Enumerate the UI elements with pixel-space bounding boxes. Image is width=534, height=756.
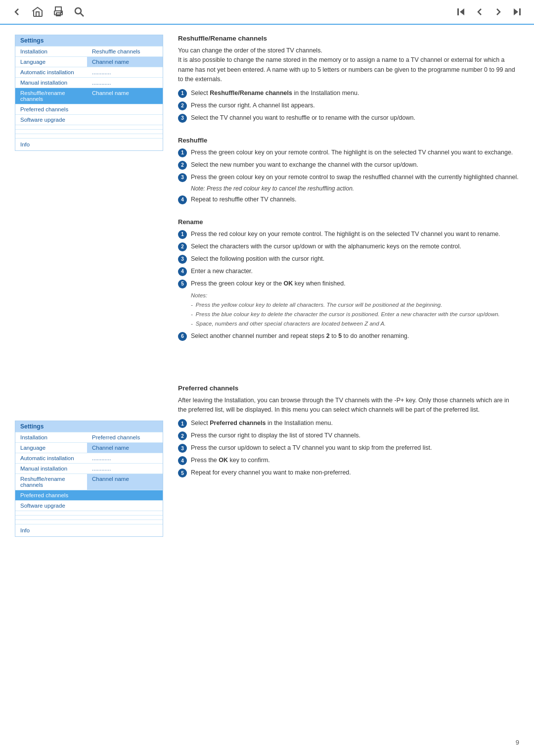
rename-section: Rename 1 Press the red colour key on you… [178,218,519,341]
section1-steps: 1 Select Reshuffle/Rename channels in th… [178,89,519,123]
panel2-header: Settings [15,421,163,432]
toolbar-right [454,5,524,19]
menu-row [15,515,163,520]
menu-row: Reshuffle/rename channels Channel name [15,473,163,490]
menu-cell: Channel name [87,88,163,104]
skip-back-icon[interactable] [454,5,468,19]
skip-forward-icon[interactable] [510,5,524,19]
back-icon[interactable] [10,5,24,19]
menu-cell [87,104,163,114]
note-line: - Press the yellow colour key to delete … [191,301,519,309]
menu-cell: Installation [15,432,87,442]
menu-cell: Reshuffle/rename channels [15,88,87,104]
prev-icon[interactable] [473,5,487,19]
panel1-info: Info [15,138,163,150]
menu-cell: ............ [87,464,163,473]
step-item: 5 Repeat for every channel you want to m… [178,468,519,477]
svg-rect-0 [55,7,61,11]
menu-cell: Manual installation [15,464,87,473]
menu-cell: Channel name [87,474,163,490]
menu-row: Installation Preferred channels [15,432,163,442]
menu-cell [87,115,163,125]
menu-cell [15,125,87,129]
toolbar-left [10,5,86,19]
panel2-info: Info [15,524,163,536]
section2-title: Preferred channels [178,384,519,392]
reshuffle-steps: 1 Press the green colour key on your rem… [178,148,519,182]
svg-rect-7 [457,8,459,15]
reshuffle-title: Reshuffle [178,137,519,144]
toolbar [0,0,534,25]
section2-steps: 1 Select Preferred channels in the Insta… [178,419,519,477]
menu-cell [87,130,163,134]
menu-row [15,129,163,134]
rename-steps-cont: 6 Select another channel number and repe… [178,331,519,341]
step-item: 4 Enter a new character. [178,267,519,276]
menu-cell [15,511,87,515]
step-item: 3 Select the following position with the… [178,254,519,264]
right-content: Reshuffle/Rename channels You can change… [178,35,519,491]
menu-row: Software upgrade [15,500,163,511]
svg-rect-9 [519,8,521,15]
menu-cell: Language [15,443,87,453]
note-line: - Press the blue colour key to delete th… [191,310,519,319]
menu-cell [87,490,163,500]
step-item: 2 Select the characters with the cursor … [178,242,519,251]
rename-notes: Notes: - Press the yellow colour key to … [191,291,519,329]
step-item: 1 Press the red colour key on your remot… [178,230,519,239]
menu-row [15,134,163,138]
menu-cell [87,134,163,138]
svg-point-3 [61,12,62,13]
menu-cell [87,125,163,129]
page-number: 9 [516,739,519,746]
menu-cell: Automatic installation [15,67,87,77]
menu-cell [15,130,87,134]
menu-cell: Reshuffle/rename channels [15,474,87,490]
panel1-header: Settings [15,35,163,46]
svg-marker-8 [514,8,518,15]
step-item: 1 Press the green colour key on your rem… [178,148,519,157]
search-icon[interactable] [72,5,86,19]
step-item: 3 Press the green colour key on your rem… [178,173,519,182]
step-item: 3 Select the TV channel you want to resh… [178,113,519,123]
section2-intro: After leaving the Installation, you can … [178,396,519,415]
menu-cell: Preferred channels [15,104,87,114]
menu-cell [87,516,163,520]
menu-cell: Installation [15,47,87,56]
menu-row: Automatic installation ............ [15,67,163,77]
reshuffle-steps-cont: 4 Repeat to reshuffle other TV channels. [178,195,519,204]
menu-cell: Preferred channels [87,432,163,442]
menu-cell [15,520,87,524]
reshuffle-note: Note: Press the red colour key to cancel… [191,185,519,192]
spacer [178,355,519,384]
menu-row [15,520,163,524]
menu-cell: Automatic installation [15,453,87,463]
section1-intro: You can change the order of the stored T… [178,46,519,85]
menu-row: Language Channel name [15,442,163,453]
menu-row: Manual installation ............ [15,77,163,88]
settings-panel-1: Settings Installation Reshuffle channels… [15,35,163,151]
step-item: 1 Select Reshuffle/Rename channels in th… [178,89,519,98]
print-icon[interactable] [51,5,65,19]
menu-row [15,125,163,129]
home-icon[interactable] [31,5,44,19]
menu-cell: Channel name [87,443,163,453]
menu-row: Manual installation ............ [15,463,163,473]
menu-cell: Manual installation [15,78,87,88]
step-item: 2 Press the cursor right to display the … [178,431,519,440]
menu-row [15,511,163,515]
next-icon[interactable] [491,5,505,19]
step-item: 1 Select Preferred channels in the Insta… [178,419,519,428]
menu-row: Preferred channels [15,104,163,114]
menu-cell: Language [15,57,87,67]
menu-cell [15,134,87,138]
menu-row: Software upgrade [15,114,163,125]
step-item: 2 Select the new number you want to exch… [178,160,519,170]
rename-title: Rename [178,218,519,226]
reshuffle-rename-section: Reshuffle/Rename channels You can change… [178,35,519,123]
menu-row-active-2: Preferred channels [15,490,163,500]
menu-cell [15,516,87,520]
step-item: 4 Repeat to reshuffle other TV channels. [178,195,519,204]
step-item: 6 Select another channel number and repe… [178,331,519,341]
menu-cell: ............ [87,78,163,88]
